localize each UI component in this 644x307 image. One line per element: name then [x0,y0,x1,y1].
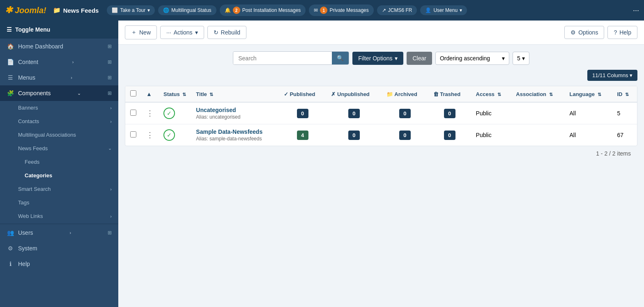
published-icon: ✓ [284,91,288,97]
col-title[interactable]: Title ⇅ [191,86,278,102]
sidebar-item-system[interactable]: ⚙ System [0,241,118,256]
sidebar-item-news-feeds[interactable]: News Feeds ⌄ [18,142,118,155]
take-tour-button[interactable]: ⬜ Take a Tour ▾ [107,5,155,15]
sidebar-item-tags[interactable]: Tags [18,196,118,209]
rebuild-icon: ↻ [214,29,218,36]
components-submenu: Banners › Contacts › Multilingual Associ… [0,101,118,223]
language-1: All [564,124,612,146]
col-trashed: 🗑 Trashed [428,86,471,102]
jcms6fr-button[interactable]: ↗ JCMS6 FR [377,5,417,15]
feeds-label: Feeds [25,159,39,165]
title-link-1[interactable]: Sample Data-Newsfeeds [196,128,262,135]
col-access[interactable]: Access ⇅ [471,86,511,102]
clear-button[interactable]: Clear [407,52,432,65]
trashed-icon: 🗑 [433,91,439,97]
sidebar-item-label: Menus [18,74,35,81]
private-messages-button[interactable]: ✉ 1 Private Messages [309,5,373,16]
take-tour-icon: ⬜ [112,7,118,13]
actions-dots-icon: ··· [166,29,171,36]
menus-arrow: › [71,75,72,80]
title-link-0[interactable]: Uncategorised [196,107,236,113]
language-sort-icon: ⇅ [598,92,601,97]
sidebar-item-label: Content [18,59,38,65]
sidebar-item-web-links[interactable]: Web Links › [18,209,118,223]
published-col-label: Published [290,91,315,97]
actions-button[interactable]: ··· Actions ▾ [160,26,204,39]
components-icon: 🧩 [7,90,14,96]
row-checkbox-0[interactable] [130,110,136,116]
options-button[interactable]: ⚙ Options [564,26,604,39]
ordering-select[interactable]: Ordering ascending ▾ [435,52,509,65]
page-title-text: News Feeds [63,7,99,14]
language-col-label: Language [569,91,594,97]
status-badge-0[interactable]: ✓ [163,108,175,119]
sidebar-item-help[interactable]: ℹ Help [0,256,118,272]
sidebar-item-feeds[interactable]: Feeds [25,155,118,169]
columns-button[interactable]: 11/11 Columns ▾ [587,70,637,81]
multilingual-status-label: Multilingual Status [171,7,211,13]
sidebar-item-smart-search[interactable]: Smart Search › [18,182,118,196]
status-badge-1[interactable]: ✓ [163,129,175,141]
take-tour-label: Take a Tour [120,7,145,13]
col-status[interactable]: Status ⇅ [159,86,191,102]
news-feeds-arrow: ⌄ [108,146,112,151]
gear-icon: ⚙ [570,29,576,36]
search-button[interactable]: 🔍 [332,52,349,64]
archived-count-0: 0 [399,109,411,118]
per-page-value: 5 [517,55,520,62]
more-options-button[interactable]: ··· [633,6,639,15]
post-installation-button[interactable]: 🔔 2 Post Installation Messages [220,5,306,16]
select-all-checkbox[interactable] [130,90,136,96]
archived-icon: 📁 [386,91,393,97]
question-icon: ? [614,29,617,36]
sidebar-item-categories[interactable]: Categories [25,169,118,182]
col-id[interactable]: ID ⇅ [612,86,637,102]
sidebar-item-content[interactable]: 📄 Content › ⊞ [0,54,118,70]
ordering-label: Ordering ascending [440,55,490,62]
association-col-label: Association [516,91,546,97]
logo[interactable]: ✱ Joomla! [5,5,46,16]
rebuild-button[interactable]: ↻ Rebuild [207,26,246,39]
sidebar-item-banners[interactable]: Banners › [18,101,118,115]
content-grid-icon: ⊞ [108,59,112,65]
toggle-menu-label: Toggle Menu [15,26,50,33]
col-association[interactable]: Association ⇅ [511,86,564,102]
new-button[interactable]: ＋ New [125,25,157,39]
sidebar-item-label: Home Dashboard [18,43,63,50]
sidebar-item-multilingual-associations[interactable]: Multilingual Associations [18,128,118,142]
sidebar-item-users[interactable]: 👥 Users › ⊞ [0,225,118,241]
categories-label: Categories [25,172,52,179]
table-row: ⋮ ✓ Uncategorised Alias: uncategorised 0… [125,102,637,124]
user-menu-button[interactable]: 👤 User Menu ▾ [420,5,467,15]
id-1: 67 [612,124,637,146]
row-actions-menu[interactable]: ⋮ [146,131,154,139]
page-title-topbar: 📁 News Feeds [53,7,99,14]
archived-col-label: Archived [394,91,417,97]
sidebar-item-components[interactable]: 🧩 Components ⌄ ⊞ [0,85,118,101]
title-col-label: Title [196,91,207,97]
main-content: ＋ New ··· Actions ▾ ↻ Rebuild ⚙ Options … [118,21,644,307]
multilingual-status-button[interactable]: 🌐 Multilingual Status [158,5,216,15]
help-icon: ℹ [7,261,14,267]
post-installation-label: Post Installation Messages [242,7,301,13]
multilingual-status-icon: 🌐 [163,7,169,13]
association-sort-icon: ⇅ [549,92,553,97]
sidebar-item-home-dashboard[interactable]: 🏠 Home Dashboard ⊞ [0,39,118,54]
trashed-count-0: 0 [444,109,455,118]
per-page-select[interactable]: 5 ▾ [513,52,529,65]
access-1: Public [471,124,511,146]
system-label: System [18,245,37,252]
search-input[interactable] [233,52,332,64]
toggle-menu-button[interactable]: ☰ Toggle Menu [0,21,118,39]
unpublished-count-0: 0 [348,109,360,118]
plus-icon: ＋ [131,29,137,36]
help-button[interactable]: ? Help [607,26,637,39]
col-language[interactable]: Language ⇅ [564,86,612,102]
filter-options-button[interactable]: Filter Options ▾ [352,52,403,65]
users-arrow: › [69,230,71,235]
title-alias-0: Alias: uncategorised [196,114,274,120]
row-checkbox-1[interactable] [130,131,136,137]
sidebar-item-menus[interactable]: ☰ Menus › ⊞ [0,70,118,85]
sidebar-item-contacts[interactable]: Contacts › [18,115,118,128]
row-actions-menu[interactable]: ⋮ [146,109,154,117]
